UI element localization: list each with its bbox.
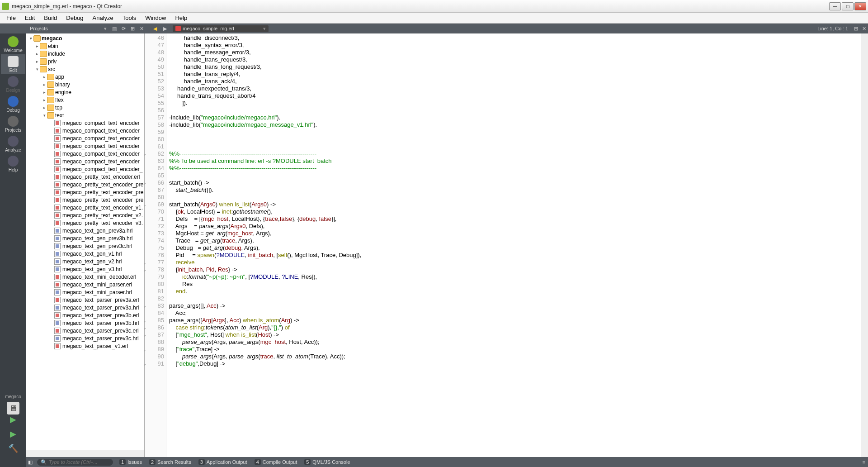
tree-h-scrollbar[interactable] [26,450,144,457]
code-line[interactable]: handle_trans_ack/4, [169,78,861,85]
code-line[interactable]: start_batch([]). [169,186,861,194]
menu-debug[interactable]: Debug [61,14,88,22]
filter-icon[interactable]: ▤ [110,25,118,32]
menu-help[interactable]: Help [170,14,192,22]
code-line[interactable]: Acc; [169,310,861,317]
tree-file[interactable]: megaco_compact_text_encoder [26,119,144,127]
code-line[interactable] [169,129,861,136]
tree-toggle-icon[interactable]: ▸ [42,98,47,102]
tree-file[interactable]: megaco_pretty_text_encoder_v1. [26,204,144,211]
tree-file[interactable]: megaco_text_gen_v2.hrl [26,257,144,265]
code-line[interactable]: {init_batch, Pid, Res} -> [169,266,861,273]
code-line[interactable]: %% To be used at command line: erl -s ?M… [169,157,861,165]
code-line[interactable]: %%--------------------------------------… [169,165,861,172]
output-tab-compile-output[interactable]: 4Compile Output [251,458,301,466]
code-line[interactable]: handle_trans_long_request/3, [169,63,861,71]
tree-file[interactable]: megaco_text_mini_parser.erl [26,281,144,288]
tree-toggle-icon[interactable]: ▸ [34,52,40,56]
code-line[interactable]: MgcHost = get_arg(mgc_host, Args), [169,230,861,237]
tree-file[interactable]: megaco_text_gen_prev3a.hrl [26,227,144,234]
code-line[interactable]: Args = parse_args(Args0, Defs), [169,223,861,230]
tree-toggle-icon[interactable]: ▸ [42,90,47,95]
run-icon[interactable]: ▶ [10,415,16,424]
tree-file[interactable]: megaco_pretty_text_encoder_pre [26,181,144,188]
tree-file[interactable]: megaco_compact_text_encoder [26,127,144,134]
minimize-button[interactable]: — [829,2,841,10]
code-line[interactable]: end. [169,288,861,295]
code-line[interactable]: handle_trans_reply/4, [169,71,861,78]
tree-file[interactable]: megaco_text_parser_v1.erl [26,342,144,350]
tree-file[interactable]: megaco_text_parser_prev3a.hrl [26,304,144,311]
file-selector[interactable]: megaco_simple_mg.erl ▾ [173,25,269,32]
code-line[interactable] [169,143,861,150]
tree-toggle-icon[interactable]: ▾ [28,36,33,41]
menu-edit[interactable]: Edit [20,14,39,22]
output-tab-issues[interactable]: 1Issues [116,458,146,466]
tree-file[interactable]: megaco_compact_text_encoder [26,134,144,142]
code-line[interactable]: handle_trans_request/3, [169,56,861,63]
tree-file[interactable]: megaco_text_gen_v3.hrl [26,265,144,273]
tree-file[interactable]: megaco_compact_text_encoder [26,157,144,165]
tree-file[interactable]: megaco_pretty_text_encoder_pre [26,188,144,196]
menu-window[interactable]: Window [141,14,170,22]
tree-folder-include[interactable]: ▸include [26,50,144,57]
tree-toggle-icon[interactable]: ▸ [42,75,47,79]
tree-folder-flex[interactable]: ▸flex [26,96,144,104]
tree-file[interactable]: megaco_pretty_text_encoder.erl [26,173,144,181]
tree-file[interactable]: megaco_text_parser_prev3b.erl [26,311,144,319]
code-line[interactable] [169,194,861,201]
menu-file[interactable]: File [2,14,20,22]
tree-file[interactable]: megaco_text_parser_prev3b.hrl [26,319,144,327]
code-line[interactable]: ["debug",Debug] -> [169,360,861,367]
code-line[interactable]: ]). [169,100,861,107]
close-panel-icon[interactable]: ✕ [137,25,146,32]
menu-analyze[interactable]: Analyze [88,14,118,22]
tree-toggle-icon[interactable]: ▾ [42,113,47,118]
sync-icon[interactable]: ⟳ [119,25,127,32]
fold-icon[interactable]: ▾ [145,362,146,369]
split-icon[interactable]: ⊞ [128,25,137,32]
tree-file[interactable]: megaco_text_gen_prev3b.hrl [26,234,144,242]
tree-folder-text[interactable]: ▾text [26,111,144,119]
tree-file[interactable]: megaco_text_parser_prev3a.erl [26,296,144,304]
tree-file[interactable]: megaco_text_gen_v1.hrl [26,250,144,257]
menu-tools[interactable]: Tools [118,14,141,22]
tree-folder-src[interactable]: ▾src [26,65,144,73]
tree-folder-ebin[interactable]: ▸ebin [26,42,144,50]
mode-analyze[interactable]: Analyze [1,134,25,154]
tree-file[interactable]: megaco_text_mini_parser.hrl [26,288,144,296]
tree-file[interactable]: megaco_text_gen_prev3c.hrl [26,242,144,250]
tree-file[interactable]: megaco_text_mini_decoder.erl [26,273,144,281]
project-tree[interactable]: ▾megaco▸ebin▸include▸priv▾src▸app▸binary… [26,33,144,450]
code-line[interactable]: Res [169,281,861,288]
tree-toggle-icon[interactable]: ▸ [42,82,47,87]
tree-toggle-icon[interactable]: ▸ [34,44,40,48]
projects-dropdown[interactable]: Projects ▾ [26,26,108,32]
locator-input[interactable] [49,459,109,465]
code-line[interactable]: %%--------------------------------------… [169,150,861,157]
tree-folder-binary[interactable]: ▸binary [26,81,144,88]
code-editor[interactable]: 46474849505152535455565758596061▾6263646… [145,33,868,457]
output-tab-qml/js-console[interactable]: 5QML/JS Console [301,458,354,466]
code-line[interactable]: -include_lib("megaco/include/megaco.hrl"… [169,114,861,121]
code-line[interactable]: {ok, LocalHost} = inet:gethostname(), [169,208,861,215]
code-line[interactable] [169,136,861,143]
menu-build[interactable]: Build [39,14,61,22]
code-line[interactable] [169,295,861,302]
code-line[interactable] [169,107,861,114]
tree-file[interactable]: megaco_pretty_text_encoder_v3. [26,219,144,227]
code-line[interactable] [169,172,861,179]
tree-folder-priv[interactable]: ▸priv [26,57,144,65]
code-line[interactable]: start_batch(Args0) when is_list(Args0) -… [169,201,861,208]
tree-toggle-icon[interactable]: ▸ [42,105,47,110]
code-line[interactable]: handle_unexpected_trans/3, [169,85,861,92]
code-line[interactable]: handle_trans_request_abort/4 [169,92,861,100]
code-line[interactable]: io:format("~p(~p): ~p~n", [?MODULE, ?LIN… [169,273,861,281]
code-line[interactable]: parse_args([], Acc) -> [169,302,861,310]
output-tab-search-results[interactable]: 2Search Results [146,458,195,466]
close-button[interactable]: ✕ [854,2,866,10]
code-line[interactable]: receive [169,259,861,266]
code-line[interactable]: parse_args(Args, parse_args(trace, list_… [169,353,861,360]
code-area[interactable]: handle_disconnect/3, handle_syntax_error… [166,33,861,457]
code-line[interactable]: handle_message_error/3, [169,49,861,56]
